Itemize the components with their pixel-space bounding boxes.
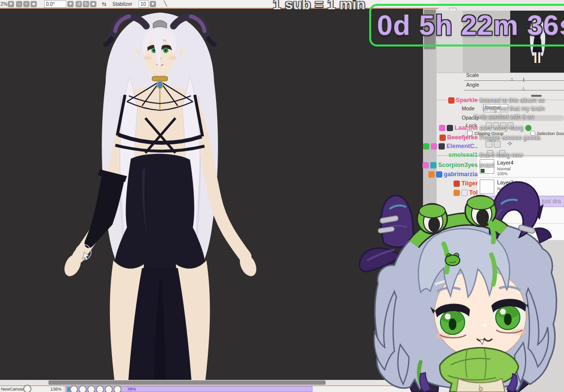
stabilizer-label: Stabilizer bbox=[112, 1, 132, 7]
emote-icon bbox=[105, 385, 113, 392]
zoom-reset-button[interactable]: ■ bbox=[31, 1, 37, 7]
opacity-slider[interactable] bbox=[481, 115, 564, 121]
zoom-in-button[interactable]: + bbox=[23, 1, 30, 7]
lock-pixel-icon[interactable] bbox=[493, 122, 499, 129]
canvas-tab-zoom: 136% bbox=[50, 387, 62, 392]
selection-source-label: Selection Source bbox=[537, 131, 564, 136]
lock-position-icon[interactable] bbox=[500, 122, 506, 129]
angle-label: Angle bbox=[466, 82, 479, 88]
layer-name: Layer4 bbox=[497, 160, 514, 166]
rotate-ccw-button[interactable]: ↺ bbox=[76, 1, 82, 7]
opacity-label: Opacity bbox=[462, 115, 479, 121]
scale-slider-handle[interactable]: △ bbox=[510, 76, 514, 81]
emote-icon bbox=[113, 385, 122, 392]
rotate-cw-button[interactable]: ↻ bbox=[83, 1, 89, 7]
selection-source-radio[interactable] bbox=[530, 131, 535, 136]
stabilizer-input[interactable]: 10 bbox=[139, 0, 149, 8]
horizontal-scrollbar-thumb[interactable] bbox=[48, 380, 326, 385]
scale-label: Scale bbox=[466, 72, 479, 78]
zoom-out-button[interactable]: − bbox=[16, 1, 22, 7]
emote-icon bbox=[70, 385, 78, 392]
rotation-reset-button[interactable]: ■ bbox=[90, 1, 96, 7]
lock-all-icon[interactable] bbox=[507, 122, 514, 129]
canvas-tab-zoom: 39% bbox=[127, 387, 136, 392]
canvas-tab-1[interactable]: NewCanvas1 136% bbox=[0, 386, 64, 392]
scale-slider[interactable] bbox=[464, 80, 564, 81]
canvas-tab-2[interactable]: 39% bbox=[65, 386, 313, 392]
zoom-value: 2% bbox=[0, 1, 7, 7]
app-window: 2% ▼ − + ■ 0.0° ▼ ↺ ↻ ■ ⇆ Stabilizer 10 … bbox=[0, 0, 564, 392]
angle-slider[interactable] bbox=[464, 90, 564, 90]
angle-slider-handle[interactable]: △ bbox=[522, 86, 525, 91]
panel-divider-handle[interactable] bbox=[531, 95, 542, 97]
line-tool-icon[interactable]: ╲ bbox=[164, 0, 167, 7]
lock-label: Lock bbox=[466, 122, 477, 128]
emote-icon bbox=[23, 385, 31, 392]
mode-label: Mode bbox=[462, 106, 474, 111]
emote-icon bbox=[78, 385, 87, 392]
emote-icon bbox=[96, 385, 104, 392]
rotation-input[interactable]: 0.0° bbox=[44, 0, 66, 8]
flip-horizontal-icon[interactable]: ⇆ bbox=[102, 1, 106, 7]
layer-effect-button[interactable] bbox=[486, 141, 492, 148]
zoom-dropdown-button[interactable]: ▼ bbox=[8, 1, 14, 7]
sub-rule-text: 1 sub = 1 min bbox=[273, 0, 379, 13]
stabilizer-dropdown-button[interactable]: ▼ bbox=[150, 1, 156, 7]
clipping-group-checkbox[interactable] bbox=[467, 131, 472, 136]
lock-opacity-icon[interactable] bbox=[486, 122, 492, 129]
timer-text: 0d 5h 22m 36s bbox=[377, 9, 564, 41]
subathon-timer: 0d 5h 22m 36s bbox=[369, 4, 564, 46]
layer-texture-button[interactable] bbox=[494, 141, 501, 148]
vtuber-avatar bbox=[348, 170, 564, 392]
sparkle-tool-icon[interactable]: ✧ bbox=[507, 139, 513, 148]
rotation-dropdown-button[interactable]: ▼ bbox=[67, 1, 74, 7]
clipping-group-label: Clipping Group bbox=[474, 131, 503, 136]
emote-icon bbox=[87, 385, 95, 392]
mode-select[interactable]: Normal bbox=[483, 104, 508, 112]
